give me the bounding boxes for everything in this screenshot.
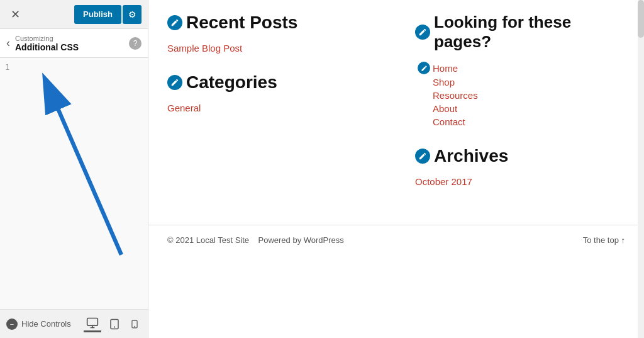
hide-controls-button[interactable]: – Hide Controls (6, 318, 71, 330)
archives-title: Archives (415, 146, 625, 166)
svg-rect-2 (87, 318, 98, 326)
archives-edit-icon[interactable] (415, 149, 430, 164)
archives-widget: Archives October 2017 (415, 146, 625, 187)
back-bar: ‹ Customizing Additional CSS ? (0, 29, 148, 58)
bottom-bar: – Hide Controls (0, 309, 148, 338)
categories-heading: Categories (186, 72, 277, 93)
css-input[interactable] (0, 58, 148, 309)
close-button[interactable]: ✕ (6, 6, 24, 23)
customizer-panel: ✕ Publish ⚙ ‹ Customizing Additional CSS… (0, 0, 148, 338)
scrollbar-track[interactable] (638, 0, 644, 338)
shop-link[interactable]: Shop (433, 77, 625, 87)
scrollbar-thumb[interactable] (638, 0, 644, 38)
back-button[interactable]: ‹ (6, 37, 10, 50)
preview-area: Recent Posts Sample Blog Post Categories… (148, 0, 644, 338)
site-footer: © 2021 Local Test Site Powered by WordPr… (148, 225, 644, 255)
contact-link[interactable]: Contact (433, 116, 625, 127)
to-top-link[interactable]: To the top ↑ (583, 235, 625, 245)
customizing-info: Customizing Additional CSS (15, 35, 79, 52)
settings-button[interactable]: ⚙ (123, 5, 142, 24)
tablet-view-button[interactable] (106, 315, 123, 332)
recent-posts-title: Recent Posts (167, 13, 377, 33)
recent-posts-heading: Recent Posts (186, 13, 297, 33)
publish-button[interactable]: Publish (74, 5, 121, 24)
categories-widget: Categories General (167, 72, 377, 113)
device-buttons (84, 315, 142, 332)
widgets-left-column: Recent Posts Sample Blog Post Categories… (167, 13, 402, 206)
widgets-right-column: Looking for these pages? Home Shop Resou… (402, 13, 625, 206)
customizing-label: Customizing (15, 35, 79, 42)
main-widgets: Recent Posts Sample Blog Post Categories… (148, 0, 644, 218)
looking-for-edit-icon[interactable] (415, 25, 430, 40)
nav-edit-icon[interactable] (418, 62, 430, 74)
looking-for-widget: Looking for these pages? Home Shop Resou… (415, 13, 625, 127)
copyright-text: © 2021 Local Test Site (167, 235, 249, 245)
code-area: 1 (0, 58, 148, 309)
looking-for-title: Looking for these pages? (415, 13, 625, 52)
hide-controls-icon: – (6, 318, 18, 330)
archives-heading: Archives (434, 146, 508, 166)
top-bar: ✕ Publish ⚙ (0, 0, 148, 29)
help-button[interactable]: ? (129, 37, 142, 50)
categories-title: Categories (167, 72, 377, 93)
hide-controls-label: Hide Controls (21, 319, 71, 329)
resources-link[interactable]: Resources (433, 90, 625, 101)
line-number: 1 (5, 63, 9, 72)
section-title: Additional CSS (15, 42, 79, 52)
site-preview: Recent Posts Sample Blog Post Categories… (148, 0, 644, 338)
home-link[interactable]: Home (433, 63, 458, 74)
publish-group: Publish ⚙ (74, 5, 142, 24)
recent-post-item[interactable]: Sample Blog Post (167, 43, 377, 54)
category-item[interactable]: General (167, 103, 377, 113)
recent-posts-edit-icon[interactable] (167, 15, 182, 30)
looking-for-heading: Looking for these pages? (434, 13, 625, 52)
mobile-view-button[interactable] (128, 315, 142, 332)
desktop-view-button[interactable] (84, 315, 101, 332)
recent-posts-widget: Recent Posts Sample Blog Post (167, 13, 377, 54)
page-nav-links: Home Shop Resources About Contact (418, 62, 625, 127)
categories-edit-icon[interactable] (167, 75, 182, 90)
about-link[interactable]: About (433, 103, 625, 114)
powered-by-link[interactable]: Powered by WordPress (258, 235, 344, 245)
archive-item[interactable]: October 2017 (415, 176, 625, 187)
home-link-row: Home (418, 62, 625, 74)
footer-left: © 2021 Local Test Site Powered by WordPr… (167, 235, 344, 245)
